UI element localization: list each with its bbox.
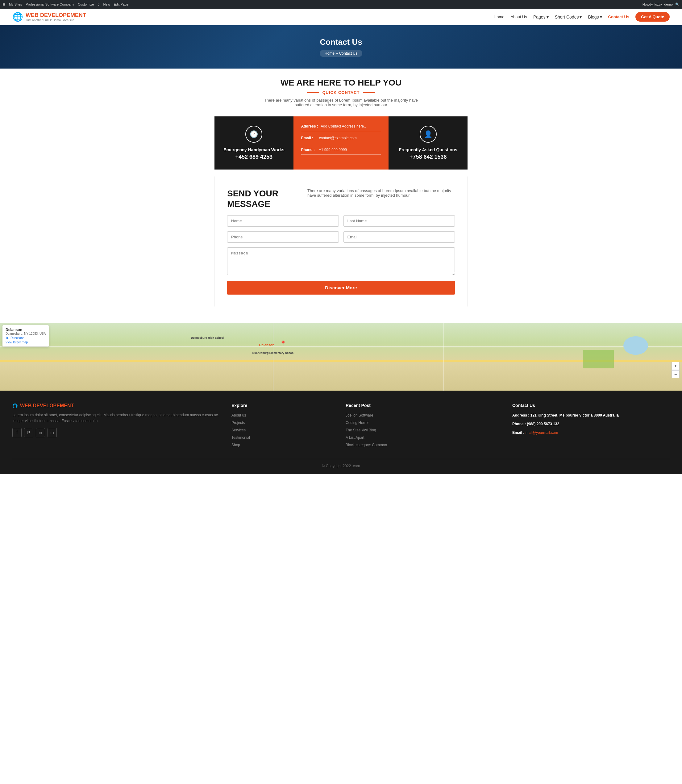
email-input[interactable] [343, 231, 455, 243]
footer-phone: Phone : (988) 290 5673 132 [512, 421, 670, 427]
main-title: WE ARE HERE TO HELP YOU [215, 78, 467, 88]
post-alistapart[interactable]: A List Apart [346, 435, 365, 440]
post-joel[interactable]: Joel on Software [346, 413, 373, 417]
zoom-out-button[interactable]: − [671, 370, 680, 378]
map-road-2 [0, 346, 682, 347]
social-icons-row: f P in in [12, 428, 222, 437]
phone-input[interactable] [227, 231, 339, 243]
popup-location-name: Delanson [6, 327, 46, 332]
site-logo: 🌐 WEB DEVELOPEMENT Just another Luzuk De… [12, 12, 86, 22]
admin-updates[interactable]: 6 [97, 2, 99, 6]
list-item: Testimonial [231, 435, 336, 440]
linkedin-icon[interactable]: in [48, 428, 57, 437]
post-block[interactable]: Block category: Common [346, 443, 387, 447]
admin-company[interactable]: Professional Software Company [25, 2, 74, 6]
footer-explore-list: About us Projects Services Testimonial S… [231, 412, 336, 447]
get-quote-button[interactable]: Get A Quote [636, 12, 670, 22]
admin-new[interactable]: New [103, 2, 110, 6]
faq-title: Frequently Asked Questions [399, 147, 457, 152]
breadcrumb-separator: » [336, 51, 338, 56]
footer-about-col: 🌐 WEB DEVELOPEMENT Lorem ipsum dolor sit… [12, 403, 222, 450]
pinterest-icon[interactable]: P [24, 428, 33, 437]
view-larger-map-link[interactable]: View larger map [6, 340, 28, 344]
map-green-area [583, 350, 614, 368]
footer-recent-post-heading: Recent Post [346, 403, 503, 408]
footer-address-value: 121 King Street, Melbourne Victoria 3000… [531, 413, 619, 417]
list-item: Block category: Common [346, 442, 503, 447]
section-title-block: WE ARE HERE TO HELP YOU QUICK CONTACT Th… [215, 78, 467, 107]
section-description: There are many variations of passages of… [264, 98, 418, 107]
map-pin: 📍 [280, 340, 286, 347]
footer-contact-heading: Contact Us [512, 403, 670, 408]
nav-about[interactable]: About Us [510, 14, 527, 19]
form-row-contact [227, 231, 455, 243]
contact-info-card: Address : Add Contact Address here.. Ema… [293, 117, 389, 169]
globe-icon: 🌐 [12, 12, 23, 22]
footer-address: Address : 121 King Street, Melbourne Vic… [512, 412, 670, 418]
nav-home[interactable]: Home [494, 14, 505, 19]
zoom-in-button[interactable]: + [671, 362, 680, 370]
address-value: Add Contact Address here.. [320, 124, 381, 128]
explore-services[interactable]: Services [231, 428, 245, 432]
popup-directions: ➤ Directions [6, 335, 46, 340]
send-message-title: SEND YOUR MESSAGE [227, 188, 295, 209]
footer-explore-col: Explore About us Projects Services Testi… [231, 403, 336, 450]
footer-explore-heading: Explore [231, 403, 336, 408]
clock-icon: 🕐 [245, 126, 262, 143]
discover-more-button[interactable]: Discover More [227, 281, 455, 295]
nav-pages[interactable]: Pages ▾ [533, 14, 549, 19]
facebook-icon[interactable]: f [12, 428, 22, 437]
list-item: Joel on Software [346, 412, 503, 417]
nav-contact[interactable]: Contact Us [608, 14, 629, 19]
faq-phone: +758 642 1536 [410, 154, 447, 160]
explore-shop[interactable]: Shop [231, 443, 240, 447]
clock-symbol: 🕐 [250, 130, 258, 138]
admin-customize[interactable]: Customize [78, 2, 94, 6]
admin-user-greeting: Howdy, luzuk_demo [642, 2, 673, 6]
email-label: Email : [301, 136, 317, 140]
map-road-v2 [443, 323, 444, 391]
popup-address: Duanesburg, NY 12053, USA [6, 332, 46, 335]
copyright-text: © Copyright 2022 .com [322, 464, 360, 468]
footer-phone-value: (988) 290 5673 132 [527, 422, 559, 426]
name-input[interactable] [227, 215, 339, 227]
admin-edit-page[interactable]: Edit Page [113, 2, 128, 6]
footer-phone-label: Phone : [512, 422, 526, 426]
address-field: Address : Add Contact Address here.. [301, 124, 381, 131]
phone-value: +1 999 999 9999 [319, 148, 381, 152]
lastname-input[interactable] [343, 215, 455, 227]
footer-address-label: Address : [512, 413, 529, 417]
send-message-left: SEND YOUR MESSAGE [227, 188, 295, 209]
map-road-v [273, 323, 273, 391]
logo-text-part1: WEB [25, 12, 40, 18]
map-placeholder: Delanson 📍 Duanesburg High School Duanes… [0, 323, 682, 391]
explore-about[interactable]: About us [231, 413, 246, 417]
map-road [0, 360, 682, 362]
post-steelkiwi[interactable]: The Steelkiwi Blog [346, 428, 376, 432]
explore-projects[interactable]: Projects [231, 421, 245, 425]
footer-globe-icon: 🌐 [12, 403, 18, 408]
message-textarea[interactable] [227, 247, 455, 275]
admin-my-sites[interactable]: My Sites [9, 2, 22, 6]
hero-title: Contact Us [320, 37, 362, 47]
instagram-icon[interactable]: in [36, 428, 45, 437]
explore-testimonial[interactable]: Testimonial [231, 435, 250, 440]
send-message-inner: SEND YOUR MESSAGE There are many variati… [227, 188, 455, 209]
footer-recent-post-list: Joel on Software Coding Horror The Steel… [346, 412, 503, 447]
directions-link[interactable]: Directions [11, 336, 24, 340]
footer-email-value[interactable]: mail@yourmail.com [526, 430, 558, 435]
site-header: 🌐 WEB DEVELOPEMENT Just another Luzuk De… [0, 9, 682, 25]
list-item: Shop [231, 442, 336, 447]
emergency-card: 🕐 Emergency Handyman Works +452 689 4253 [215, 117, 293, 169]
email-value: contact@example.com [319, 136, 381, 140]
breadcrumb: Home » Contact Us [320, 50, 362, 57]
admin-bar-right: Howdy, luzuk_demo 🔍 [642, 2, 680, 6]
map-label-school: Duanesburg High School [191, 336, 224, 339]
footer-email-label: Email : [512, 430, 524, 435]
breadcrumb-home[interactable]: Home [325, 51, 335, 56]
map-section: Delanson 📍 Duanesburg High School Duanes… [0, 323, 682, 391]
post-coding[interactable]: Coding Horror [346, 421, 369, 425]
nav-shortcodes[interactable]: Short Codes ▾ [555, 14, 582, 19]
nav-blogs[interactable]: Blogs ▾ [588, 14, 602, 19]
admin-search-icon[interactable]: 🔍 [675, 2, 680, 6]
